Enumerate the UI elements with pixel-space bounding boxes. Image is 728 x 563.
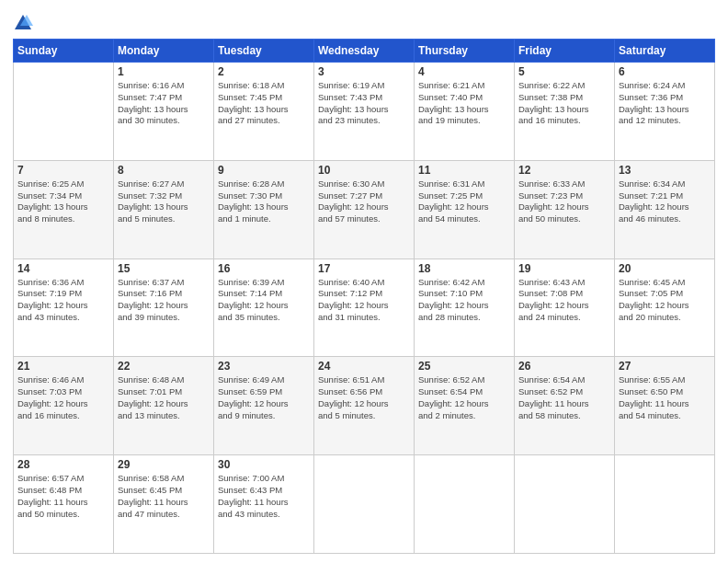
day-info: Sunrise: 6:16 AM Sunset: 7:47 PM Dayligh… bbox=[118, 80, 210, 127]
calendar-cell: 30Sunrise: 7:00 AM Sunset: 6:43 PM Dayli… bbox=[214, 455, 314, 554]
calendar-cell: 4Sunrise: 6:21 AM Sunset: 7:40 PM Daylig… bbox=[415, 63, 515, 161]
day-info: Sunrise: 6:25 AM Sunset: 7:34 PM Dayligh… bbox=[17, 178, 109, 225]
day-number: 19 bbox=[518, 262, 610, 275]
calendar-cell: 7Sunrise: 6:25 AM Sunset: 7:34 PM Daylig… bbox=[14, 160, 114, 259]
calendar-cell: 23Sunrise: 6:49 AM Sunset: 6:59 PM Dayli… bbox=[214, 357, 314, 455]
day-info: Sunrise: 6:30 AM Sunset: 7:27 PM Dayligh… bbox=[318, 178, 410, 225]
day-number: 20 bbox=[619, 262, 711, 275]
calendar-table: SundayMondayTuesdayWednesdayThursdayFrid… bbox=[13, 39, 715, 554]
day-info: Sunrise: 6:43 AM Sunset: 7:08 PM Dayligh… bbox=[518, 277, 610, 324]
calendar-cell bbox=[515, 455, 615, 554]
calendar-cell: 16Sunrise: 6:39 AM Sunset: 7:14 PM Dayli… bbox=[214, 259, 314, 357]
day-number: 14 bbox=[17, 262, 109, 275]
calendar-cell: 5Sunrise: 6:22 AM Sunset: 7:38 PM Daylig… bbox=[515, 63, 615, 161]
calendar-page: SundayMondayTuesdayWednesdayThursdayFrid… bbox=[0, 0, 728, 563]
calendar-cell: 3Sunrise: 6:19 AM Sunset: 7:43 PM Daylig… bbox=[314, 63, 415, 161]
calendar-cell: 27Sunrise: 6:55 AM Sunset: 6:50 PM Dayli… bbox=[615, 357, 715, 455]
calendar-week-row: 14Sunrise: 6:36 AM Sunset: 7:19 PM Dayli… bbox=[14, 259, 715, 357]
day-info: Sunrise: 6:28 AM Sunset: 7:30 PM Dayligh… bbox=[218, 178, 310, 225]
day-info: Sunrise: 6:54 AM Sunset: 6:52 PM Dayligh… bbox=[518, 374, 610, 421]
calendar-cell: 13Sunrise: 6:34 AM Sunset: 7:21 PM Dayli… bbox=[615, 160, 715, 259]
day-info: Sunrise: 6:18 AM Sunset: 7:45 PM Dayligh… bbox=[218, 80, 310, 127]
day-number: 15 bbox=[118, 262, 210, 275]
day-of-week-header: Saturday bbox=[615, 40, 715, 63]
day-number: 11 bbox=[418, 164, 510, 177]
calendar-cell bbox=[415, 455, 515, 554]
day-info: Sunrise: 6:55 AM Sunset: 6:50 PM Dayligh… bbox=[619, 374, 711, 421]
day-number: 10 bbox=[318, 164, 410, 177]
calendar-week-row: 7Sunrise: 6:25 AM Sunset: 7:34 PM Daylig… bbox=[14, 160, 715, 259]
calendar-cell: 11Sunrise: 6:31 AM Sunset: 7:25 PM Dayli… bbox=[415, 160, 515, 259]
calendar-cell bbox=[14, 63, 114, 161]
day-info: Sunrise: 6:58 AM Sunset: 6:45 PM Dayligh… bbox=[118, 473, 210, 520]
calendar-cell: 12Sunrise: 6:33 AM Sunset: 7:23 PM Dayli… bbox=[515, 160, 615, 259]
day-number: 6 bbox=[619, 65, 711, 78]
day-number: 8 bbox=[118, 164, 210, 177]
calendar-cell: 8Sunrise: 6:27 AM Sunset: 7:32 PM Daylig… bbox=[114, 160, 214, 259]
day-number: 30 bbox=[218, 458, 310, 471]
day-info: Sunrise: 6:36 AM Sunset: 7:19 PM Dayligh… bbox=[17, 277, 109, 324]
day-number: 12 bbox=[518, 164, 610, 177]
day-number: 18 bbox=[418, 262, 510, 275]
day-number: 2 bbox=[218, 65, 310, 78]
calendar-cell: 10Sunrise: 6:30 AM Sunset: 7:27 PM Dayli… bbox=[314, 160, 415, 259]
day-number: 27 bbox=[619, 360, 711, 373]
calendar-cell: 2Sunrise: 6:18 AM Sunset: 7:45 PM Daylig… bbox=[214, 63, 314, 161]
day-number: 7 bbox=[17, 164, 109, 177]
calendar-cell: 15Sunrise: 6:37 AM Sunset: 7:16 PM Dayli… bbox=[114, 259, 214, 357]
day-of-week-header: Thursday bbox=[415, 40, 515, 63]
day-info: Sunrise: 6:45 AM Sunset: 7:05 PM Dayligh… bbox=[619, 277, 711, 324]
calendar-body: 1Sunrise: 6:16 AM Sunset: 7:47 PM Daylig… bbox=[14, 63, 715, 554]
day-number: 16 bbox=[218, 262, 310, 275]
calendar-cell: 22Sunrise: 6:48 AM Sunset: 7:01 PM Dayli… bbox=[114, 357, 214, 455]
day-of-week-header: Sunday bbox=[14, 40, 114, 63]
logo-icon bbox=[13, 13, 33, 33]
logo bbox=[13, 13, 37, 33]
day-info: Sunrise: 6:51 AM Sunset: 6:56 PM Dayligh… bbox=[318, 374, 410, 421]
calendar-cell: 18Sunrise: 6:42 AM Sunset: 7:10 PM Dayli… bbox=[415, 259, 515, 357]
day-info: Sunrise: 6:40 AM Sunset: 7:12 PM Dayligh… bbox=[318, 277, 410, 324]
calendar-cell: 17Sunrise: 6:40 AM Sunset: 7:12 PM Dayli… bbox=[314, 259, 415, 357]
day-number: 25 bbox=[418, 360, 510, 373]
day-info: Sunrise: 6:49 AM Sunset: 6:59 PM Dayligh… bbox=[218, 374, 310, 421]
day-info: Sunrise: 6:31 AM Sunset: 7:25 PM Dayligh… bbox=[418, 178, 510, 225]
calendar-cell: 9Sunrise: 6:28 AM Sunset: 7:30 PM Daylig… bbox=[214, 160, 314, 259]
day-number: 22 bbox=[118, 360, 210, 373]
day-number: 26 bbox=[518, 360, 610, 373]
calendar-week-row: 21Sunrise: 6:46 AM Sunset: 7:03 PM Dayli… bbox=[14, 357, 715, 455]
day-info: Sunrise: 6:48 AM Sunset: 7:01 PM Dayligh… bbox=[118, 374, 210, 421]
day-info: Sunrise: 6:21 AM Sunset: 7:40 PM Dayligh… bbox=[418, 80, 510, 127]
day-number: 1 bbox=[118, 65, 210, 78]
calendar-week-row: 1Sunrise: 6:16 AM Sunset: 7:47 PM Daylig… bbox=[14, 63, 715, 161]
calendar-cell: 24Sunrise: 6:51 AM Sunset: 6:56 PM Dayli… bbox=[314, 357, 415, 455]
day-number: 9 bbox=[218, 164, 310, 177]
day-info: Sunrise: 6:37 AM Sunset: 7:16 PM Dayligh… bbox=[118, 277, 210, 324]
day-number: 5 bbox=[518, 65, 610, 78]
header bbox=[13, 9, 715, 33]
calendar-week-row: 28Sunrise: 6:57 AM Sunset: 6:48 PM Dayli… bbox=[14, 455, 715, 554]
day-number: 21 bbox=[17, 360, 109, 373]
calendar-cell: 26Sunrise: 6:54 AM Sunset: 6:52 PM Dayli… bbox=[515, 357, 615, 455]
calendar-cell: 20Sunrise: 6:45 AM Sunset: 7:05 PM Dayli… bbox=[615, 259, 715, 357]
day-info: Sunrise: 6:57 AM Sunset: 6:48 PM Dayligh… bbox=[17, 473, 109, 520]
day-info: Sunrise: 6:39 AM Sunset: 7:14 PM Dayligh… bbox=[218, 277, 310, 324]
day-number: 3 bbox=[318, 65, 410, 78]
day-info: Sunrise: 6:33 AM Sunset: 7:23 PM Dayligh… bbox=[518, 178, 610, 225]
calendar-cell: 6Sunrise: 6:24 AM Sunset: 7:36 PM Daylig… bbox=[615, 63, 715, 161]
calendar-cell: 29Sunrise: 6:58 AM Sunset: 6:45 PM Dayli… bbox=[114, 455, 214, 554]
calendar-cell: 28Sunrise: 6:57 AM Sunset: 6:48 PM Dayli… bbox=[14, 455, 114, 554]
day-info: Sunrise: 6:24 AM Sunset: 7:36 PM Dayligh… bbox=[619, 80, 711, 127]
day-info: Sunrise: 6:52 AM Sunset: 6:54 PM Dayligh… bbox=[418, 374, 510, 421]
day-info: Sunrise: 6:27 AM Sunset: 7:32 PM Dayligh… bbox=[118, 178, 210, 225]
day-of-week-header: Wednesday bbox=[314, 40, 415, 63]
day-number: 28 bbox=[17, 458, 109, 471]
day-number: 13 bbox=[619, 164, 711, 177]
day-info: Sunrise: 6:22 AM Sunset: 7:38 PM Dayligh… bbox=[518, 80, 610, 127]
day-number: 29 bbox=[118, 458, 210, 471]
calendar-cell: 1Sunrise: 6:16 AM Sunset: 7:47 PM Daylig… bbox=[114, 63, 214, 161]
day-info: Sunrise: 6:42 AM Sunset: 7:10 PM Dayligh… bbox=[418, 277, 510, 324]
calendar-cell: 21Sunrise: 6:46 AM Sunset: 7:03 PM Dayli… bbox=[14, 357, 114, 455]
calendar-cell: 19Sunrise: 6:43 AM Sunset: 7:08 PM Dayli… bbox=[515, 259, 615, 357]
day-of-week-header: Monday bbox=[114, 40, 214, 63]
calendar-cell bbox=[314, 455, 415, 554]
